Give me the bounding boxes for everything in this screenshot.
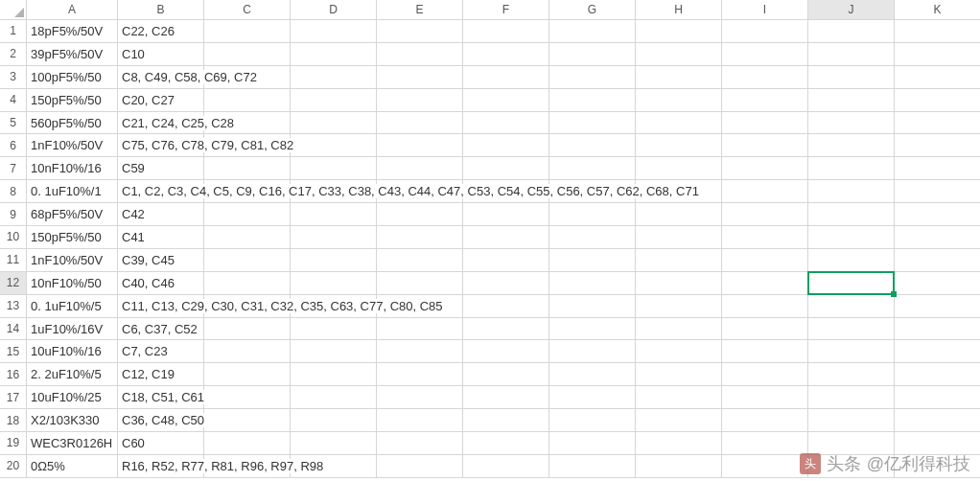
cell-I1[interactable] (722, 20, 808, 42)
cell-I4[interactable] (722, 89, 808, 111)
cell-K3[interactable] (895, 66, 980, 88)
cell-I8[interactable] (722, 180, 808, 202)
row-header-4[interactable]: 4 (0, 89, 27, 111)
cell-F17[interactable] (463, 386, 549, 408)
cell-A12[interactable]: 10nF10%/50 (27, 272, 118, 294)
cell-G4[interactable] (549, 89, 636, 111)
cell-A20[interactable]: 0Ω5% (27, 455, 118, 477)
cell-F10[interactable] (463, 226, 549, 248)
row-header-11[interactable]: 11 (0, 249, 27, 271)
cell-H19[interactable] (636, 432, 722, 454)
cell-E1[interactable] (377, 20, 463, 42)
cell-D5[interactable] (291, 112, 377, 134)
cell-D18[interactable] (291, 409, 377, 431)
cell-F15[interactable] (463, 340, 549, 362)
cell-H12[interactable] (636, 272, 722, 294)
cell-E6[interactable] (377, 134, 463, 156)
cell-G19[interactable] (549, 432, 636, 454)
cell-A11[interactable]: 1nF10%/50V (27, 249, 118, 271)
cell-E17[interactable] (377, 386, 463, 408)
cell-K12[interactable] (895, 272, 980, 294)
cell-J1[interactable] (808, 20, 895, 42)
column-header-G[interactable]: G (549, 0, 636, 19)
cell-J14[interactable] (808, 318, 895, 340)
cell-G9[interactable] (549, 203, 636, 225)
cell-I16[interactable] (722, 363, 808, 385)
cell-F14[interactable] (463, 318, 549, 340)
cell-B2[interactable]: C10 (118, 43, 204, 65)
cell-A13[interactable]: 0. 1uF10%/5 (27, 295, 118, 317)
cell-A19[interactable]: WEC3R0126H (27, 432, 118, 454)
cell-K7[interactable] (895, 157, 980, 179)
cell-K17[interactable] (895, 386, 980, 408)
row-header-18[interactable]: 18 (0, 409, 27, 431)
cell-B1[interactable]: C22, C26 (118, 20, 204, 42)
row-header-15[interactable]: 15 (0, 340, 27, 362)
cell-D10[interactable] (291, 226, 377, 248)
cell-A15[interactable]: 10uF10%/16 (27, 340, 118, 362)
cell-B15[interactable]: C7, C23 (118, 340, 204, 362)
cell-K20[interactable] (895, 455, 980, 477)
cell-C7[interactable] (204, 157, 291, 179)
cell-F16[interactable] (463, 363, 549, 385)
cell-F19[interactable] (463, 432, 549, 454)
column-header-K[interactable]: K (895, 0, 980, 19)
cell-A7[interactable]: 10nF10%/16 (27, 157, 118, 179)
cell-K6[interactable] (895, 134, 980, 156)
cell-A5[interactable]: 560pF5%/50 (27, 112, 118, 134)
cell-I5[interactable] (722, 112, 808, 134)
cell-D16[interactable] (291, 363, 377, 385)
cell-I19[interactable] (722, 432, 808, 454)
cell-I2[interactable] (722, 43, 808, 65)
cell-H1[interactable] (636, 20, 722, 42)
column-header-C[interactable]: C (204, 0, 291, 19)
cell-A14[interactable]: 1uF10%/16V (27, 318, 118, 340)
cell-F4[interactable] (463, 89, 549, 111)
cell-F1[interactable] (463, 20, 549, 42)
cell-E15[interactable] (377, 340, 463, 362)
cell-H9[interactable] (636, 203, 722, 225)
cell-K16[interactable] (895, 363, 980, 385)
cell-E20[interactable] (377, 455, 463, 477)
cell-B7[interactable]: C59 (118, 157, 204, 179)
cell-D6[interactable] (291, 134, 377, 156)
cell-H20[interactable] (636, 455, 722, 477)
cell-E3[interactable] (377, 66, 463, 88)
cell-F11[interactable] (463, 249, 549, 271)
cell-J12[interactable] (808, 272, 895, 294)
cell-B9[interactable]: C42 (118, 203, 204, 225)
cell-C14[interactable] (204, 318, 291, 340)
cell-J18[interactable] (808, 409, 895, 431)
cell-J8[interactable] (808, 180, 895, 202)
cell-E7[interactable] (377, 157, 463, 179)
cell-A16[interactable]: 2. 2uF10%/5 (27, 363, 118, 385)
cell-J19[interactable] (808, 432, 895, 454)
cell-G15[interactable] (549, 340, 636, 362)
cell-H6[interactable] (636, 134, 722, 156)
row-header-7[interactable]: 7 (0, 157, 27, 179)
cell-G3[interactable] (549, 66, 636, 88)
cell-B16[interactable]: C12, C19 (118, 363, 204, 385)
cell-H2[interactable] (636, 43, 722, 65)
cell-G7[interactable] (549, 157, 636, 179)
cell-B12[interactable]: C40, C46 (118, 272, 204, 294)
cell-E11[interactable] (377, 249, 463, 271)
cell-B17[interactable]: C18, C51, C61 (118, 386, 204, 408)
cell-A3[interactable]: 100pF5%/50 (27, 66, 118, 88)
column-header-B[interactable]: B (118, 0, 204, 19)
cell-K19[interactable] (895, 432, 980, 454)
cell-I14[interactable] (722, 318, 808, 340)
cell-G18[interactable] (549, 409, 636, 431)
cell-H15[interactable] (636, 340, 722, 362)
cell-F5[interactable] (463, 112, 549, 134)
cell-B20[interactable]: R16, R52, R77, R81, R96, R97, R98 (118, 455, 204, 477)
column-header-D[interactable]: D (291, 0, 377, 19)
cell-I6[interactable] (722, 134, 808, 156)
cell-C17[interactable] (204, 386, 291, 408)
cell-H17[interactable] (636, 386, 722, 408)
cell-F20[interactable] (463, 455, 549, 477)
row-header-12[interactable]: 12 (0, 272, 27, 294)
cell-D3[interactable] (291, 66, 377, 88)
cell-J4[interactable] (808, 89, 895, 111)
cell-I13[interactable] (722, 295, 808, 317)
